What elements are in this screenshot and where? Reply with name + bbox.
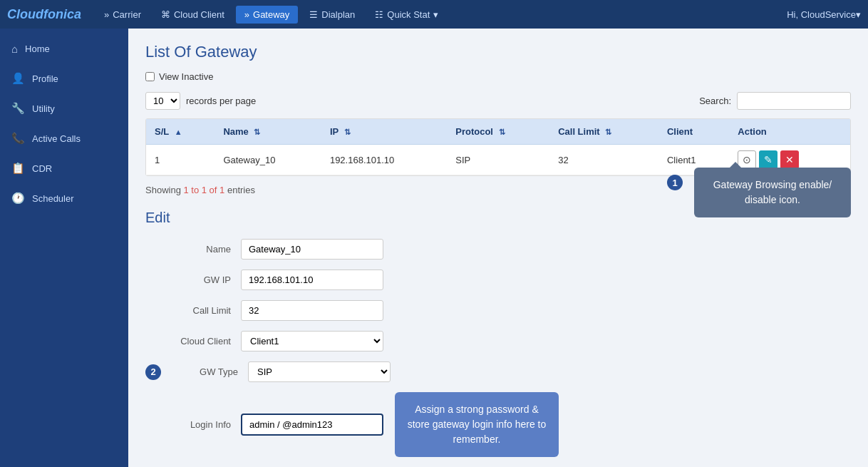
form-row-call-limit: Call Limit [145,300,851,321]
cell-ip: 192.168.101.10 [321,145,447,175]
nav-dialplan-label: Dialplan [321,9,355,20]
nav-carrier-label: Carrier [113,9,141,20]
user-info[interactable]: Hi, CloudService▾ [787,9,861,20]
sidebar-item-utility[interactable]: 🔧 Utility [0,93,128,123]
sidebar-home-label: Home [25,43,50,54]
sort-icon-protocol[interactable]: ⇅ [499,128,505,136]
search-row: Search: [699,92,851,110]
col-ip: IP ⇅ [321,119,447,145]
quickstat-icon: ☷ [375,9,383,20]
edit-button[interactable]: ✎ [759,150,777,169]
nav-cloud-client-label: Cloud Client [174,9,224,20]
cloud-client-icon: ⌘ [161,9,170,20]
page-title: List Of Gateway [145,43,851,61]
step2-badge: 2 [145,364,161,380]
col-sl: S/L ▲ [146,119,215,145]
tooltip2-text: Assign a strong password & store gateway… [408,404,547,445]
cloud-client-select[interactable]: Client1 [241,331,383,351]
sidebar-item-home[interactable]: ⌂ Home [0,34,128,63]
content-wrapper: List Of Gateway View Inactive 10 25 50 r… [145,43,851,467]
view-inactive-row: View Inactive [145,71,851,82]
col-action: Action [729,119,850,145]
sidebar-item-scheduler[interactable]: 🕐 Scheduler [0,183,128,213]
nav-items: » Carrier ⌘ Cloud Client » Gateway ☰ Dia… [95,6,787,24]
view-inactive-label: View Inactive [159,71,213,82]
main-content: List Of Gateway View Inactive 10 25 50 r… [128,29,868,467]
call-limit-input[interactable] [241,300,383,321]
scheduler-icon: 🕐 [11,192,25,205]
phone-icon: 📞 [11,132,25,145]
sidebar-cdr-label: CDR [32,163,52,174]
gateway-icon: » [244,9,249,20]
sidebar-utility-label: Utility [32,103,55,114]
sort-icon-call-limit[interactable]: ⇅ [605,128,611,136]
form-row-gw-type: 2 GW Type SIP [145,361,851,382]
nav-gateway-label: Gateway [253,9,289,20]
form-row-cloud-client: Cloud Client Client1 [145,331,851,351]
profile-icon: 👤 [11,72,25,85]
gw-type-label: GW Type [167,366,238,377]
dialplan-icon: ☰ [309,9,318,20]
carrier-icon: » [104,9,109,20]
home-icon: ⌂ [11,43,18,55]
sort-icon-ip[interactable]: ⇅ [344,128,351,136]
nav-dialplan[interactable]: ☰ Dialplan [301,6,363,24]
col-protocol: Protocol ⇅ [447,119,549,145]
delete-button[interactable]: ✕ [780,150,799,169]
nav-gateway[interactable]: » Gateway [236,6,299,24]
sort-icon-sl[interactable]: ▲ [175,128,182,136]
cell-protocol: SIP [447,145,549,175]
cloud-client-label: Cloud Client [145,336,231,347]
nav-carrier[interactable]: » Carrier [95,6,150,24]
login-info-wrapper [241,414,383,436]
search-input[interactable] [737,92,851,110]
utility-icon: 🔧 [11,102,25,115]
col-name: Name ⇅ [215,119,321,145]
dropdown-arrow-icon: ▾ [433,9,438,20]
sidebar-item-profile[interactable]: 👤 Profile [0,63,128,93]
form-row-name: Name [145,239,851,260]
action-buttons: ⊙ ✎ ✕ [738,150,842,169]
form-row-gw-ip: GW IP [145,270,851,290]
tooltip-gateway-browsing: Gateway Browsing enable/ disable icon. [694,168,851,217]
records-left: 10 25 50 records per page [145,92,256,110]
cell-name: Gateway_10 [215,145,321,175]
name-label: Name [145,244,231,255]
records-per-page-select[interactable]: 10 25 50 [145,92,180,110]
nav-cloud-client[interactable]: ⌘ Cloud Client [153,6,233,24]
nav-quickstat-label: Quick Stat [387,9,430,20]
app-logo: Cloudfonica [7,7,81,22]
search-label: Search: [699,96,731,106]
tooltip-login-info: Assign a strong password & store gateway… [395,392,559,457]
col-call-limit: Call Limit ⇅ [549,119,658,145]
main-layout: ⌂ Home 👤 Profile 🔧 Utility 📞 Active Call… [0,29,868,467]
gw-type-select[interactable]: SIP [248,361,391,382]
login-info-label: Login Info [145,419,231,430]
step1-badge: 1 [667,175,683,190]
name-input[interactable] [241,239,383,260]
sort-icon-name[interactable]: ⇅ [254,128,260,136]
login-info-input[interactable] [241,414,383,436]
edit-section: Edit Name GW IP Call Limit Cloud Client [145,210,851,467]
nav-quickstat[interactable]: ☷ Quick Stat ▾ [366,6,447,24]
records-row: 10 25 50 records per page Search: [145,92,851,110]
sidebar-item-active-calls[interactable]: 📞 Active Calls [0,123,128,153]
view-inactive-checkbox[interactable] [145,72,155,81]
col-client: Client [658,119,729,145]
sidebar-profile-label: Profile [32,73,58,84]
gw-ip-label: GW IP [145,274,231,285]
sidebar-item-cdr[interactable]: 📋 CDR [0,153,128,183]
table-header-row: S/L ▲ Name ⇅ IP ⇅ [146,119,850,145]
showing-highlight: 1 to 1 of 1 [183,185,224,195]
top-navigation: Cloudfonica » Carrier ⌘ Cloud Client » G… [0,0,868,29]
call-limit-label: Call Limit [145,305,231,316]
sidebar-active-calls-label: Active Calls [32,133,81,144]
cell-sl: 1 [146,145,215,175]
gw-ip-input[interactable] [241,270,383,290]
records-label: records per page [186,96,256,106]
sidebar-scheduler-label: Scheduler [32,193,74,204]
tooltip1-text: Gateway Browsing enable/ disable icon. [713,179,832,205]
sidebar: ⌂ Home 👤 Profile 🔧 Utility 📞 Active Call… [0,29,128,467]
cell-call-limit: 32 [549,145,658,175]
form-row-login-info: Login Info Assign a strong password & st… [145,392,851,457]
